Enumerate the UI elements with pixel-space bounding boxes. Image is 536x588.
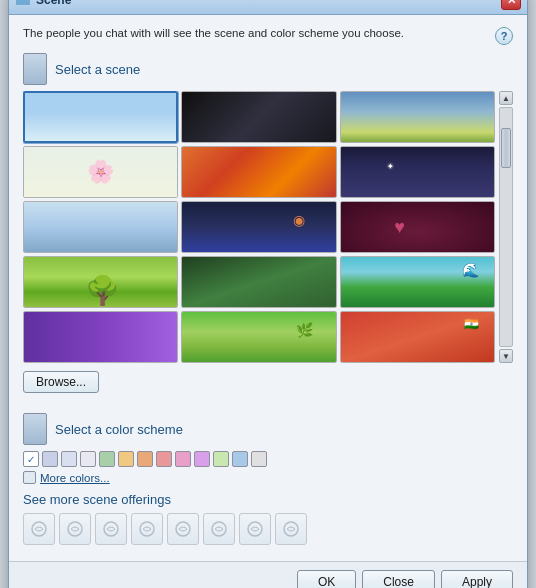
offering-svg-3 (102, 520, 120, 538)
svg-point-4 (104, 522, 118, 536)
scene-thumb-tech[interactable] (23, 201, 178, 253)
offering-icon-8[interactable] (275, 513, 307, 545)
scene-scrollbar: ▲ ▼ (499, 91, 513, 363)
scene-thumb-green[interactable] (181, 256, 336, 308)
color-section-icon (23, 413, 47, 445)
svg-point-3 (68, 522, 82, 536)
offerings-icons (23, 513, 513, 545)
offering-svg-5 (174, 520, 192, 538)
offerings-title: See more scene offerings (23, 492, 513, 507)
color-section: Select a color scheme ✓ More colors... (23, 413, 513, 484)
browse-button[interactable]: Browse... (23, 371, 99, 393)
svg-point-6 (176, 522, 190, 536)
content-area: The people you chat with will see the sc… (9, 15, 527, 561)
dialog-footer: OK Close Apply (9, 561, 527, 588)
scroll-thumb[interactable] (501, 128, 511, 168)
scroll-up-button[interactable]: ▲ (499, 91, 513, 105)
offering-svg-2 (66, 520, 84, 538)
scene-thumb-space[interactable] (181, 201, 336, 253)
color-swatch-9[interactable] (194, 451, 210, 467)
scene-section-title: Select a scene (55, 62, 140, 77)
ok-button[interactable]: OK (297, 570, 356, 588)
offering-svg-1 (30, 520, 48, 538)
info-bar: The people you chat with will see the sc… (23, 27, 513, 45)
color-swatch-12[interactable] (251, 451, 267, 467)
color-swatch-3[interactable] (80, 451, 96, 467)
svg-point-7 (212, 522, 226, 536)
title-bar: Scene ✕ (9, 0, 527, 15)
scene-thumb-field[interactable] (23, 256, 178, 308)
offering-icon-1[interactable] (23, 513, 55, 545)
offering-icon-3[interactable] (95, 513, 127, 545)
scene-thumb-colorful[interactable] (181, 146, 336, 198)
close-button[interactable]: ✕ (501, 0, 521, 10)
title-bar-left: Scene (15, 0, 71, 8)
scene-thumb-floral[interactable] (23, 146, 178, 198)
offerings-section: See more scene offerings (23, 492, 513, 545)
offering-svg-6 (210, 520, 228, 538)
svg-point-2 (32, 522, 46, 536)
color-swatch-10[interactable] (213, 451, 229, 467)
apply-button[interactable]: Apply (441, 570, 513, 588)
scene-thumb-garden[interactable] (181, 311, 336, 363)
color-section-title: Select a color scheme (55, 422, 183, 437)
window-title: Scene (36, 0, 71, 7)
more-colors-row[interactable]: More colors... (23, 471, 513, 484)
scene-thumb-sky[interactable] (23, 91, 178, 143)
offering-icon-7[interactable] (239, 513, 271, 545)
offering-icon-4[interactable] (131, 513, 163, 545)
color-swatch-5[interactable] (118, 451, 134, 467)
scroll-track[interactable] (499, 107, 513, 347)
color-swatch-8[interactable] (175, 451, 191, 467)
scene-thumb-night[interactable] (340, 146, 495, 198)
color-checked-indicator[interactable]: ✓ (23, 451, 39, 467)
color-swatch-2[interactable] (61, 451, 77, 467)
more-colors-link[interactable]: More colors... (40, 472, 110, 484)
color-swatch-1[interactable] (42, 451, 58, 467)
offering-icon-2[interactable] (59, 513, 91, 545)
color-swatch-11[interactable] (232, 451, 248, 467)
scene-grid (23, 91, 495, 363)
offering-icon-5[interactable] (167, 513, 199, 545)
offering-svg-8 (282, 520, 300, 538)
close-dialog-button[interactable]: Close (362, 570, 435, 588)
scene-title-icon (15, 0, 31, 8)
info-text: The people you chat with will see the sc… (23, 27, 487, 39)
scene-section-header: Select a scene (23, 53, 513, 85)
scene-thumb-purple[interactable] (23, 311, 178, 363)
offering-icon-6[interactable] (203, 513, 235, 545)
offering-svg-4 (138, 520, 156, 538)
scene-thumb-festive[interactable] (340, 311, 495, 363)
svg-rect-0 (16, 0, 30, 5)
scene-section-icon (23, 53, 47, 85)
offering-svg-7 (246, 520, 264, 538)
more-colors-checkbox[interactable] (23, 471, 36, 484)
scroll-down-button[interactable]: ▼ (499, 349, 513, 363)
help-button[interactable]: ? (495, 27, 513, 45)
color-swatch-4[interactable] (99, 451, 115, 467)
color-section-header: Select a color scheme (23, 413, 513, 445)
color-swatch-7[interactable] (156, 451, 172, 467)
scene-dialog: Scene ✕ The people you chat with will se… (8, 0, 528, 588)
scene-thumb-dark[interactable] (181, 91, 336, 143)
svg-point-9 (284, 522, 298, 536)
scene-grid-container: ▲ ▼ (23, 91, 513, 363)
color-swatches: ✓ (23, 451, 513, 467)
color-swatch-6[interactable] (137, 451, 153, 467)
scene-thumb-tropical[interactable] (340, 256, 495, 308)
scene-thumb-hearts[interactable] (340, 201, 495, 253)
svg-point-8 (248, 522, 262, 536)
svg-point-5 (140, 522, 154, 536)
scene-thumb-ocean[interactable] (340, 91, 495, 143)
